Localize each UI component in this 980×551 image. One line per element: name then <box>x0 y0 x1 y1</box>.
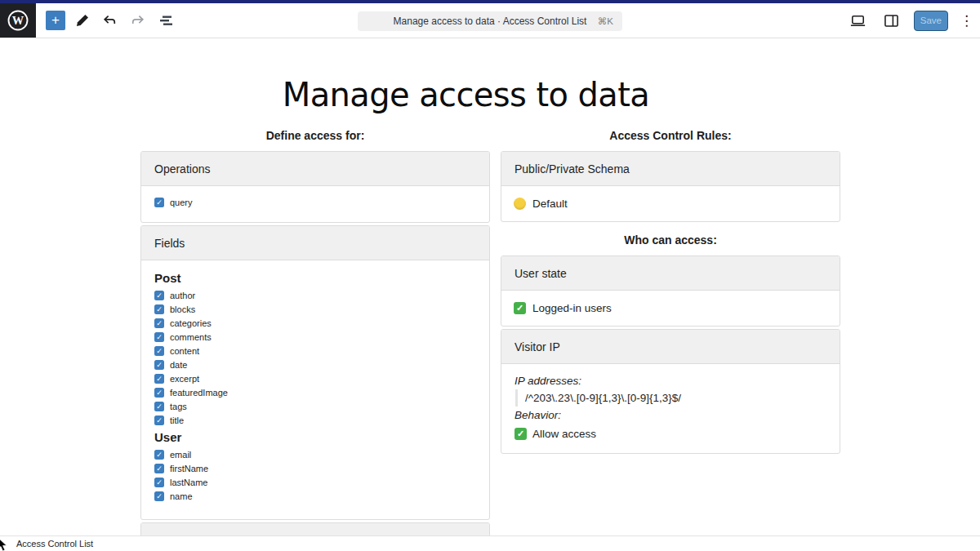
checkbox-label: featuredImage <box>170 388 228 398</box>
pencil-icon <box>74 12 91 29</box>
field-checkbox-row[interactable]: name <box>154 491 476 501</box>
yellow-circle-icon <box>514 198 526 210</box>
field-checkbox-row[interactable]: categories <box>154 318 476 328</box>
command-palette[interactable]: Manage access to data · Access Control L… <box>358 11 622 31</box>
access-rules-heading: Access Control Rules: <box>501 129 840 142</box>
operations-title: Operations <box>154 162 210 176</box>
checkbox-label: comments <box>170 332 212 342</box>
user-state-status-row: Logged-in users <box>501 291 840 326</box>
checkbox-label: tags <box>170 402 187 411</box>
field-checkbox-row[interactable]: firstName <box>154 464 476 473</box>
behavior-status-row: Allow access <box>514 425 826 442</box>
field-checkbox-row[interactable]: date <box>154 360 476 370</box>
fields-panel-header: Fields <box>141 226 489 260</box>
checkbox-checked-icon[interactable] <box>154 491 164 501</box>
checkbox-label: author <box>170 291 195 300</box>
sidebar-panel-icon <box>883 12 900 29</box>
schema-panel-header: Public/Private Schema <box>501 152 840 186</box>
field-checkbox-row[interactable]: title <box>154 415 476 425</box>
checkbox-checked-icon[interactable] <box>154 346 164 356</box>
checkbox-label: name <box>170 491 193 501</box>
field-checkbox-row[interactable]: tags <box>154 402 476 411</box>
undo-button[interactable] <box>99 10 121 32</box>
checkbox-label: title <box>170 415 184 425</box>
checkbox-checked-icon[interactable] <box>154 478 164 487</box>
undo-icon <box>101 12 118 29</box>
user-state-panel-header: User state <box>501 256 840 291</box>
laptop-icon <box>849 12 866 29</box>
wordpress-logo-button[interactable]: W <box>0 3 36 38</box>
save-button[interactable]: Save <box>914 11 948 31</box>
visitor-ip-title: Visitor IP <box>514 340 560 353</box>
preview-button[interactable] <box>847 10 869 32</box>
acl-columns: Define access for: Operations query Fiel… <box>140 129 840 535</box>
checkbox-checked-icon[interactable] <box>154 360 164 370</box>
window-top-stripe <box>0 0 980 3</box>
checkbox-label: lastName <box>170 478 207 487</box>
user-state-value: Logged-in users <box>532 302 612 314</box>
breadcrumb[interactable]: Access Control List <box>16 539 93 549</box>
checkbox-checked-icon[interactable] <box>154 415 164 425</box>
checkbox-label: categories <box>170 318 212 328</box>
checkbox-label: excerpt <box>170 374 199 384</box>
list-view-icon <box>158 12 174 29</box>
block-inserter-button[interactable]: + <box>46 11 65 30</box>
command-palette-shortcut: ⌘K <box>598 16 613 27</box>
field-checkbox-row[interactable]: author <box>154 291 476 300</box>
redo-icon <box>129 12 146 29</box>
options-menu-button[interactable]: ⋮ <box>960 14 969 28</box>
field-checkbox-row[interactable]: content <box>154 346 476 356</box>
schema-status-value: Default <box>532 198 568 210</box>
operations-panel: Operations query <box>140 151 490 223</box>
green-check-icon <box>514 428 527 440</box>
global-fields-panel: Global Fields <box>140 522 490 535</box>
tools-button[interactable] <box>71 10 93 32</box>
checkbox-label: blocks <box>170 304 195 314</box>
editor-topbar: W + Ma <box>0 3 980 38</box>
checkbox-checked-icon[interactable] <box>154 464 164 473</box>
checkbox-label: firstName <box>170 464 208 473</box>
checkbox-checked-icon[interactable] <box>154 304 164 314</box>
behavior-value: Allow access <box>532 425 596 442</box>
ip-pattern-value: /^203\.23\.[0-9]{1,3}\.[0-9]{1,3}$/ <box>515 389 826 407</box>
checkbox-checked-icon[interactable] <box>154 450 164 460</box>
editor-canvas: Manage access to data Define access for:… <box>0 38 980 535</box>
schema-status-row: Default <box>501 186 840 221</box>
redo-button[interactable] <box>127 10 149 32</box>
field-checkbox-row[interactable]: blocks <box>154 304 476 314</box>
access-rules-column: Access Control Rules: Public/Private Sch… <box>501 129 840 456</box>
field-checkbox-row[interactable]: query <box>154 198 476 207</box>
toolbar-right: Save ⋮ <box>847 10 980 32</box>
user-state-panel: User state Logged-in users <box>501 256 840 327</box>
field-checkbox-row[interactable]: comments <box>154 332 476 342</box>
global-fields-panel-header: Global Fields <box>141 523 489 535</box>
svg-text:W: W <box>12 14 24 27</box>
document-overview-button[interactable] <box>154 10 176 32</box>
checkbox-checked-icon[interactable] <box>154 198 164 207</box>
checkbox-label: email <box>170 450 191 460</box>
schema-panel-title: Public/Private Schema <box>514 162 630 176</box>
wordpress-icon: W <box>6 8 30 33</box>
visitor-ip-panel: Visitor IP IP addresses: /^203\.23\.[0-9… <box>501 329 840 454</box>
checkbox-checked-icon[interactable] <box>154 388 164 398</box>
checkbox-checked-icon[interactable] <box>154 318 164 328</box>
toolbar-tools: + <box>36 10 176 32</box>
field-checkbox-row[interactable]: email <box>154 450 476 460</box>
field-checkbox-row[interactable]: lastName <box>154 478 476 487</box>
operations-panel-header: Operations <box>141 152 489 186</box>
checkbox-checked-icon[interactable] <box>154 332 164 342</box>
checkbox-checked-icon[interactable] <box>154 402 164 411</box>
mouse-cursor <box>0 536 9 551</box>
schema-panel: Public/Private Schema Default <box>501 151 840 222</box>
settings-sidebar-toggle[interactable] <box>880 10 902 32</box>
ip-addresses-label: IP addresses: <box>514 372 826 389</box>
checkbox-checked-icon[interactable] <box>154 291 164 300</box>
field-group-title: User <box>154 430 476 444</box>
visitor-ip-body: IP addresses: /^203\.23\.[0-9]{1,3}\.[0-… <box>501 364 840 453</box>
define-access-column: Define access for: Operations query Fiel… <box>140 129 490 535</box>
document-breadcrumb-bar: Access Control List <box>0 535 980 551</box>
checkbox-checked-icon[interactable] <box>154 374 164 384</box>
field-checkbox-row[interactable]: excerpt <box>154 374 476 384</box>
field-group-title: Post <box>154 271 476 285</box>
field-checkbox-row[interactable]: featuredImage <box>154 388 476 398</box>
